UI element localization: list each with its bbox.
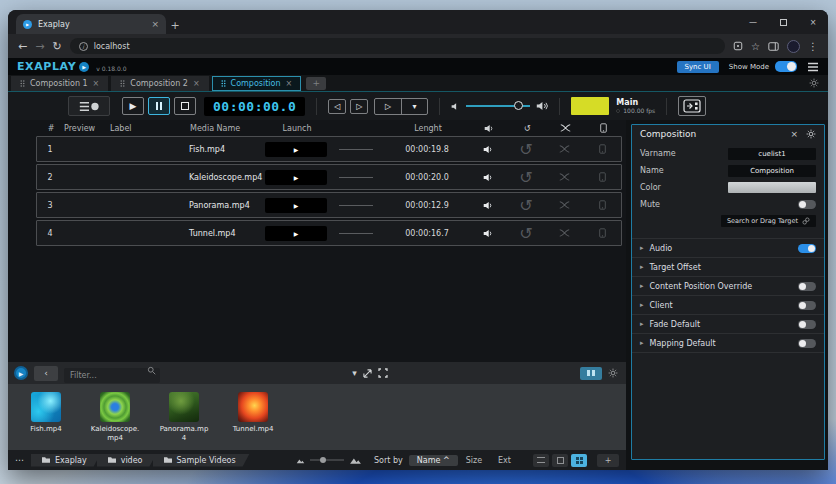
device-icon[interactable] bbox=[583, 144, 621, 154]
tab-close-icon[interactable]: × bbox=[93, 79, 100, 88]
volume-high-icon[interactable] bbox=[536, 101, 548, 111]
progress-bar[interactable] bbox=[339, 149, 373, 150]
color-swatch[interactable] bbox=[728, 182, 816, 193]
inspector-section[interactable]: ▸ Content Position Override bbox=[632, 276, 824, 295]
more-icon[interactable]: ⋯ bbox=[15, 455, 25, 465]
launch-mode-dropdown[interactable]: ▷ ▾ bbox=[374, 98, 428, 115]
settings-gear-icon[interactable] bbox=[809, 78, 819, 88]
audio-enabled-icon[interactable] bbox=[469, 229, 507, 238]
launch-button[interactable]: ▶ bbox=[265, 170, 327, 185]
fullscreen-icon[interactable] bbox=[378, 368, 388, 378]
output-preview-swatch[interactable] bbox=[571, 97, 609, 115]
loop-icon[interactable]: ↺ bbox=[507, 224, 545, 243]
show-mode-toggle[interactable] bbox=[775, 61, 797, 72]
browser-menu-icon[interactable]: ⋮ bbox=[808, 41, 818, 52]
media-item[interactable]: Fish.mp4 bbox=[20, 392, 72, 433]
inspector-section[interactable]: ▸ Client bbox=[632, 295, 824, 314]
section-toggle[interactable] bbox=[798, 282, 816, 291]
sort-option-button[interactable]: Name ^ bbox=[409, 455, 458, 466]
composition-tab[interactable]: Composition × bbox=[212, 76, 302, 91]
section-toggle[interactable] bbox=[798, 301, 816, 310]
media-item[interactable]: Panorama.mp4 bbox=[158, 392, 210, 442]
tab-close-icon[interactable]: × bbox=[151, 20, 159, 29]
sidebar-icon[interactable] bbox=[768, 42, 779, 51]
progress-bar[interactable] bbox=[339, 233, 373, 234]
shuffle-icon[interactable] bbox=[545, 201, 583, 209]
audio-enabled-icon[interactable] bbox=[469, 201, 507, 210]
close-button[interactable]: × bbox=[798, 10, 828, 34]
progress-bar[interactable] bbox=[339, 205, 373, 206]
extension-icon[interactable] bbox=[733, 41, 743, 51]
pause-button[interactable] bbox=[148, 97, 170, 115]
folder-tab[interactable]: Exaplay bbox=[31, 454, 101, 467]
add-folder-button[interactable]: + bbox=[597, 454, 619, 467]
forward-icon[interactable]: → bbox=[35, 41, 44, 52]
thumb-size-small-icon[interactable] bbox=[296, 457, 305, 464]
sync-ui-button[interactable]: Sync UI bbox=[677, 61, 719, 73]
inspector-section[interactable]: ▸ Target Offset bbox=[632, 257, 824, 276]
thumb-size-large-icon[interactable] bbox=[349, 455, 362, 465]
name-input[interactable]: Composition bbox=[728, 165, 816, 177]
launch-button[interactable]: ▶ bbox=[265, 198, 327, 213]
profile-avatar[interactable] bbox=[787, 40, 800, 53]
section-toggle[interactable] bbox=[798, 244, 816, 253]
launch-button[interactable]: ▶ bbox=[265, 142, 327, 157]
new-tab-button[interactable]: + bbox=[166, 16, 184, 34]
stop-button[interactable] bbox=[174, 97, 196, 115]
inspector-section[interactable]: ▸ Fade Default bbox=[632, 314, 824, 333]
audio-enabled-icon[interactable] bbox=[469, 145, 507, 154]
mute-toggle[interactable] bbox=[798, 200, 816, 209]
shuffle-icon[interactable] bbox=[545, 173, 583, 181]
audio-enabled-icon[interactable] bbox=[469, 173, 507, 182]
media-item[interactable]: Tunnel.mp4 bbox=[227, 392, 279, 433]
device-icon[interactable] bbox=[583, 228, 621, 238]
progress-bar[interactable] bbox=[339, 177, 373, 178]
collapse-browser-icon[interactable]: ▾ bbox=[352, 368, 357, 378]
inspector-close-icon[interactable]: × bbox=[790, 129, 798, 139]
star-icon[interactable]: ☆ bbox=[751, 41, 760, 52]
section-toggle[interactable] bbox=[798, 339, 816, 348]
folder-back-button[interactable]: ‹ bbox=[34, 366, 58, 381]
detail-view-button[interactable] bbox=[552, 454, 568, 467]
inspector-gear-icon[interactable] bbox=[806, 129, 816, 139]
folder-tab[interactable]: Sample Videos bbox=[153, 454, 250, 467]
add-composition-button[interactable]: + bbox=[306, 77, 326, 90]
launch-button[interactable]: ▶ bbox=[265, 226, 327, 241]
previous-cue-button[interactable]: ◁ bbox=[328, 99, 346, 114]
list-view-button[interactable] bbox=[533, 454, 549, 467]
cue-list-toggle-button[interactable] bbox=[68, 96, 110, 116]
shuffle-icon[interactable] bbox=[545, 229, 583, 237]
menu-icon[interactable] bbox=[807, 62, 819, 72]
section-toggle[interactable] bbox=[798, 320, 816, 329]
folder-tab[interactable]: video bbox=[97, 454, 157, 467]
composition-tab[interactable]: Composition 1 × bbox=[11, 76, 108, 91]
shuffle-icon[interactable] bbox=[545, 145, 583, 153]
device-icon[interactable] bbox=[583, 200, 621, 210]
next-cue-button[interactable]: ▷ bbox=[350, 99, 368, 114]
composition-tab[interactable]: Composition 2 × bbox=[111, 76, 208, 91]
thumbnail-size-knob[interactable] bbox=[320, 457, 326, 463]
browser-tab[interactable]: ▶ Exaplay × bbox=[16, 14, 166, 34]
reload-icon[interactable]: ↻ bbox=[52, 41, 61, 52]
loop-icon[interactable]: ↺ bbox=[507, 196, 545, 215]
loop-icon[interactable]: ↺ bbox=[507, 168, 545, 187]
inspector-section[interactable]: ▸ Audio bbox=[632, 238, 824, 257]
device-icon[interactable] bbox=[583, 172, 621, 182]
address-bar[interactable]: i localhost bbox=[70, 38, 725, 54]
inspector-section[interactable]: ▸ Mapping Default bbox=[632, 333, 824, 352]
playlist-row[interactable]: 1 Fish.mp4 ▶ 00:00:19.8 ↺ bbox=[36, 136, 622, 162]
playlist-row[interactable]: 2 Kaleidoscope.mp4 ▶ 00:00:20.0 bbox=[36, 164, 622, 190]
volume-low-icon[interactable] bbox=[451, 102, 460, 111]
maximize-button[interactable] bbox=[768, 10, 798, 34]
browser-settings-icon[interactable] bbox=[608, 368, 618, 378]
back-icon[interactable]: ← bbox=[18, 41, 27, 52]
tab-close-icon[interactable]: × bbox=[193, 79, 200, 88]
volume-slider[interactable] bbox=[466, 105, 530, 107]
sort-option-button[interactable]: Size bbox=[458, 455, 490, 466]
target-search-button[interactable]: Search or Drag Target bbox=[721, 215, 816, 227]
minimize-button[interactable]: — bbox=[738, 10, 768, 34]
grid-view-button-footer[interactable] bbox=[571, 454, 587, 467]
playlist-row[interactable]: 4 Tunnel.mp4 ▶ 00:00:16.7 ↺ bbox=[36, 220, 622, 246]
play-button[interactable]: ▶ bbox=[122, 97, 144, 115]
site-info-icon[interactable]: i bbox=[79, 42, 88, 51]
